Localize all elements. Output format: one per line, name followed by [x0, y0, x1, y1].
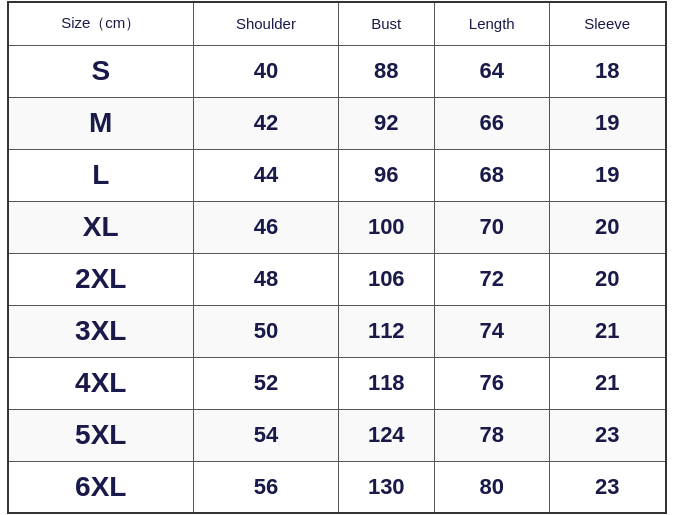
cell-0-1: 40 — [194, 45, 339, 97]
cell-4-1: 48 — [194, 253, 339, 305]
cell-8-2: 130 — [338, 461, 434, 513]
cell-7-4: 23 — [549, 409, 665, 461]
cell-5-3: 74 — [434, 305, 549, 357]
column-header-1: Shoulder — [194, 2, 339, 45]
table-row: 3XL501127421 — [8, 305, 666, 357]
table-header-row: Size（cm）ShoulderBustLengthSleeve — [8, 2, 666, 45]
cell-3-0: XL — [8, 201, 194, 253]
cell-8-0: 6XL — [8, 461, 194, 513]
cell-1-4: 19 — [549, 97, 665, 149]
cell-6-1: 52 — [194, 357, 339, 409]
cell-4-4: 20 — [549, 253, 665, 305]
cell-6-0: 4XL — [8, 357, 194, 409]
cell-0-4: 18 — [549, 45, 665, 97]
column-header-0: Size（cm） — [8, 2, 194, 45]
column-header-4: Sleeve — [549, 2, 665, 45]
cell-1-0: M — [8, 97, 194, 149]
cell-5-2: 112 — [338, 305, 434, 357]
cell-8-3: 80 — [434, 461, 549, 513]
column-header-3: Length — [434, 2, 549, 45]
table-row: 2XL481067220 — [8, 253, 666, 305]
cell-7-0: 5XL — [8, 409, 194, 461]
cell-8-4: 23 — [549, 461, 665, 513]
cell-0-2: 88 — [338, 45, 434, 97]
cell-6-2: 118 — [338, 357, 434, 409]
cell-2-3: 68 — [434, 149, 549, 201]
cell-8-1: 56 — [194, 461, 339, 513]
cell-0-3: 64 — [434, 45, 549, 97]
column-header-2: Bust — [338, 2, 434, 45]
table-row: 6XL561308023 — [8, 461, 666, 513]
size-table: Size（cm）ShoulderBustLengthSleeve S408864… — [7, 1, 667, 514]
cell-2-1: 44 — [194, 149, 339, 201]
cell-2-4: 19 — [549, 149, 665, 201]
cell-1-3: 66 — [434, 97, 549, 149]
cell-4-2: 106 — [338, 253, 434, 305]
cell-3-3: 70 — [434, 201, 549, 253]
table-row: XL461007020 — [8, 201, 666, 253]
cell-2-0: L — [8, 149, 194, 201]
cell-4-3: 72 — [434, 253, 549, 305]
cell-1-1: 42 — [194, 97, 339, 149]
cell-7-3: 78 — [434, 409, 549, 461]
cell-4-0: 2XL — [8, 253, 194, 305]
table-row: L44966819 — [8, 149, 666, 201]
table-body: S40886418M42926619L44966819XL4610070202X… — [8, 45, 666, 513]
cell-1-2: 92 — [338, 97, 434, 149]
cell-5-4: 21 — [549, 305, 665, 357]
cell-5-1: 50 — [194, 305, 339, 357]
cell-0-0: S — [8, 45, 194, 97]
cell-2-2: 96 — [338, 149, 434, 201]
size-chart: Size（cm）ShoulderBustLengthSleeve S408864… — [7, 1, 667, 514]
cell-7-2: 124 — [338, 409, 434, 461]
table-row: 4XL521187621 — [8, 357, 666, 409]
cell-3-1: 46 — [194, 201, 339, 253]
cell-5-0: 3XL — [8, 305, 194, 357]
table-row: 5XL541247823 — [8, 409, 666, 461]
cell-3-4: 20 — [549, 201, 665, 253]
table-row: M42926619 — [8, 97, 666, 149]
cell-6-3: 76 — [434, 357, 549, 409]
cell-3-2: 100 — [338, 201, 434, 253]
cell-7-1: 54 — [194, 409, 339, 461]
table-row: S40886418 — [8, 45, 666, 97]
cell-6-4: 21 — [549, 357, 665, 409]
